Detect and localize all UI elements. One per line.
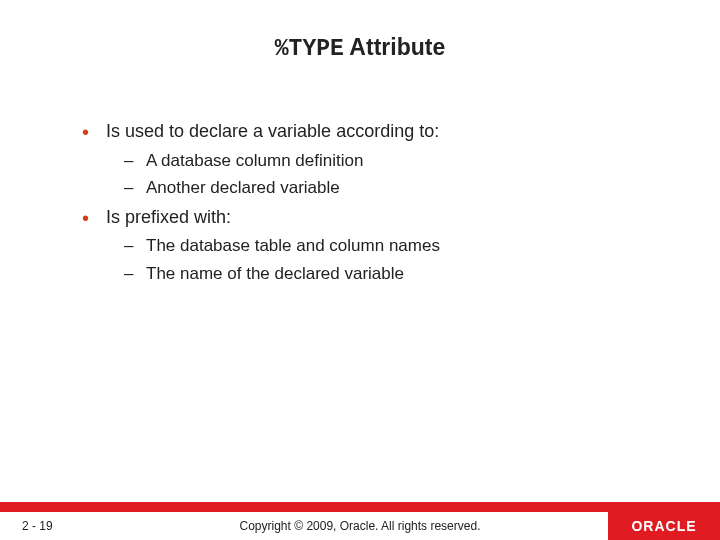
sub-bullet-item: The database table and column names [120, 233, 660, 259]
slide-content: Is used to declare a variable according … [0, 62, 720, 287]
oracle-logo: ORACLE [608, 512, 720, 540]
sub-bullet-list: A database column definition Another dec… [120, 148, 660, 202]
sub-bullet-item: Another declared variable [120, 175, 660, 201]
sub-bullet-list: The database table and column names The … [120, 233, 660, 287]
title-mono: %TYPE [275, 36, 344, 62]
bullet-item: Is used to declare a variable according … [78, 118, 660, 202]
footer-row: 2 - 19 Copyright © 2009, Oracle. All rig… [0, 512, 720, 540]
title-rest: Attribute [344, 34, 445, 60]
bullet-text: Is used to declare a variable according … [106, 121, 439, 141]
sub-bullet-item: The name of the declared variable [120, 261, 660, 287]
bullet-item: Is prefixed with: The database table and… [78, 204, 660, 288]
bullet-list: Is used to declare a variable according … [78, 118, 660, 287]
slide-title: %TYPE Attribute [0, 0, 720, 62]
footer-red-bar [0, 502, 720, 512]
sub-bullet-item: A database column definition [120, 148, 660, 174]
bullet-text: Is prefixed with: [106, 207, 231, 227]
